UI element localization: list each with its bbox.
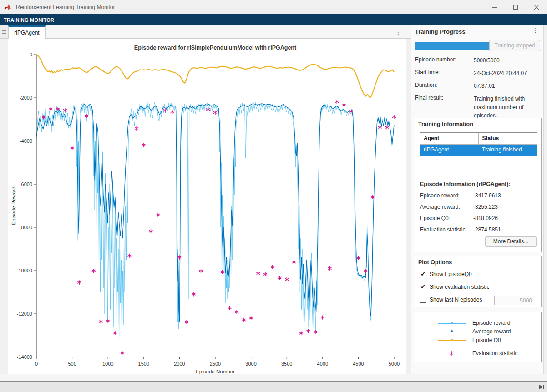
last-n-episodes-input[interactable] [494, 296, 535, 305]
agent-column-header: Agent [420, 133, 479, 144]
svg-text:5000: 5000 [389, 361, 400, 367]
legend-entry-evaluation-statistic: ✳ Evaluation statistic [414, 350, 541, 357]
status-column-header: Status [479, 133, 537, 144]
svg-text:-4000: -4000 [20, 138, 32, 144]
plot-options-header: Plot Options [414, 256, 541, 266]
right-edge-strip [543, 25, 547, 374]
episode-number-value: 5000/5000 [474, 56, 541, 65]
episode-number-row: Episode number: 5000/5000 [411, 56, 543, 64]
episode-q0-label: Episode Q0: [420, 215, 450, 221]
svg-text:0: 0 [30, 52, 32, 57]
toolstrip-tab-training-monitor[interactable]: TRAINING MONITOR [4, 17, 54, 23]
show-episodeq0-label: Show EpisodeQ0 [430, 271, 472, 277]
svg-text:3000: 3000 [245, 361, 256, 367]
expand-panel-arrow-icon[interactable] [538, 384, 545, 390]
toolstrip: TRAINING MONITOR [0, 14, 547, 25]
legend-label-episode-q0: Episode Q0 [472, 337, 501, 343]
training-progress-menu-button[interactable]: ⋮ [532, 27, 539, 33]
status-cell: Training finished [478, 145, 537, 156]
window-titlebar: Reinforcement Learning Training Monitor [0, 0, 547, 14]
average-reward-marker [451, 330, 453, 332]
reward-chart-svg: 0500100015002000250030003500400045005000… [8, 39, 406, 374]
agent-status-table: Agent Status rlPGAgent Training finished [420, 132, 537, 176]
svg-text:-12000: -12000 [17, 311, 32, 317]
training-information-header: Training Information [414, 118, 541, 127]
episode-q0-marker [451, 339, 453, 341]
minimize-button[interactable] [484, 0, 505, 14]
svg-text:1000: 1000 [102, 361, 113, 367]
evaluation-statistic-value: -2874.5851 [473, 226, 501, 233]
training-progress-bar [415, 42, 489, 50]
training-progress-header: Training Progress [415, 28, 466, 35]
svg-text:2500: 2500 [210, 361, 221, 367]
svg-text:500: 500 [68, 361, 76, 367]
legend-label-evaluation-statistic: Evaluation statistic [472, 350, 517, 357]
agent-cell: rlPGAgent [420, 145, 478, 156]
show-last-n-episodes-checkbox[interactable] [420, 297, 426, 303]
final-result-label: Final result: [415, 95, 443, 101]
table-header-row: Agent Status [420, 133, 537, 145]
legend-entry-episode-reward: Episode reward [414, 320, 541, 327]
svg-text:2000: 2000 [174, 361, 185, 367]
evaluation-statistic-label: Evaluation statistic: [420, 226, 467, 233]
svg-text:-2000: -2000 [20, 95, 32, 101]
legend-label-episode-reward: Episode reward [472, 320, 510, 326]
close-button[interactable] [526, 0, 547, 14]
episode-reward-label: Episode reward: [420, 192, 460, 199]
svg-text:4000: 4000 [317, 361, 328, 367]
maximize-icon [513, 5, 518, 10]
chart-legend: Episode reward Average reward Episode Q0… [414, 312, 542, 362]
close-icon [534, 5, 539, 10]
episode-reward-value: -3417.9613 [473, 192, 501, 199]
duration-label: Duration: [415, 82, 437, 88]
dock-handle[interactable] [0, 25, 8, 38]
plot-options-group: Plot Options Show EpisodeQ0 Show evaluat… [414, 256, 542, 307]
show-evaluation-statistic-label: Show evaluation statistic [430, 284, 489, 290]
tab-label: rlPGAgent [14, 30, 39, 36]
training-progress-panel: Training Progress ⋮ Training stopped Epi… [411, 25, 543, 374]
legend-entry-average-reward: Average reward [414, 328, 541, 336]
show-last-n-episodes-label: Show last N episodes [430, 297, 482, 303]
svg-text:1500: 1500 [138, 361, 149, 367]
episode-number-label: Episode number: [415, 56, 456, 63]
duration-row: Duration: 07:37:01 [411, 82, 543, 89]
tabstrip-menu-button[interactable]: ⋮ [395, 29, 401, 35]
table-row[interactable]: rlPGAgent Training finished [420, 145, 537, 156]
duration-value: 07:37:01 [474, 82, 541, 90]
svg-text:-6000: -6000 [20, 181, 32, 187]
evaluation-statistic-star-icon: ✳ [449, 349, 455, 357]
grip-icon [2, 30, 6, 35]
training-stopped-button[interactable]: Training stopped [489, 40, 540, 51]
svg-text:Episode reward for rlSimplePen: Episode reward for rlSimplePendulumModel… [134, 45, 297, 51]
svg-text:-8000: -8000 [20, 225, 32, 230]
svg-text:4500: 4500 [353, 361, 364, 367]
svg-text:0: 0 [35, 361, 38, 367]
more-details-button[interactable]: More Details... [485, 236, 537, 247]
start-time-row: Start time: 24-Oct-2024 20:44:07 [411, 69, 543, 76]
start-time-value: 24-Oct-2024 20:44:07 [474, 69, 541, 78]
training-progress-bar-fill [415, 42, 489, 50]
show-evaluation-statistic-checkbox[interactable] [420, 284, 426, 290]
average-reward-value: -3255.223 [473, 204, 498, 210]
episode-q0-value: -818.0926 [473, 215, 498, 221]
maximize-button[interactable] [505, 0, 526, 14]
start-time-label: Start time: [415, 69, 440, 75]
legend-entry-episode-q0: Episode Q0 [414, 337, 541, 344]
svg-text:3500: 3500 [281, 361, 292, 367]
average-reward-label: Average reward: [420, 204, 460, 210]
svg-text:Episode Number: Episode Number [196, 369, 235, 374]
final-result-row: Final result: Training finished with max… [411, 95, 543, 118]
episode-reward-marker [451, 322, 453, 323]
bottom-statusbar [0, 374, 547, 392]
svg-text:-14000: -14000 [17, 354, 32, 360]
tab-rlpgagent[interactable]: rlPGAgent [8, 25, 46, 39]
show-episodeq0-checkbox[interactable] [420, 271, 426, 277]
episode-information-title: Episode Information (rlPGAgent): [420, 181, 511, 187]
matlab-logo-icon [4, 4, 12, 10]
training-plot-figure: 0500100015002000250030003500400045005000… [8, 39, 406, 374]
svg-text:Episode Reward: Episode Reward [11, 186, 16, 225]
final-result-value: Training finished with maximum number of… [474, 95, 541, 120]
legend-label-average-reward: Average reward [472, 328, 511, 335]
window-title: Reinforcement Learning Training Monitor [16, 4, 115, 10]
training-information-group: Training Information Agent Status rlPGAg… [414, 118, 542, 252]
